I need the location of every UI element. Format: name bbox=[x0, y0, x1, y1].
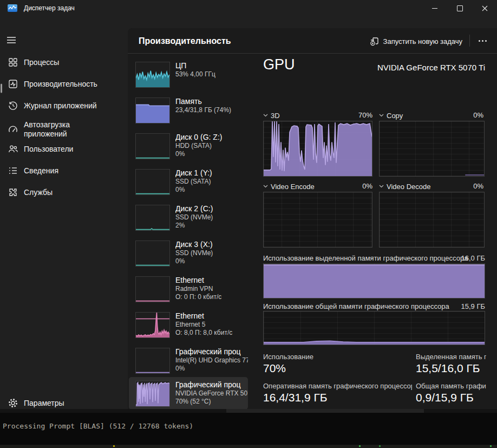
maximize-button[interactable] bbox=[447, 0, 472, 16]
terminal-line: Processing Prompt [BLAS] (512 / 12768 to… bbox=[3, 422, 193, 430]
mini-chart-mem bbox=[135, 98, 170, 124]
minimize-button[interactable] bbox=[422, 0, 447, 16]
gpu-copy-chart bbox=[379, 121, 485, 177]
perf-item-subtext: 70% (52 °C) bbox=[175, 398, 248, 406]
gpu-device-name: NVIDIA GeForce RTX 5070 Ti bbox=[377, 63, 485, 72]
mini-chart-eth2 bbox=[135, 312, 170, 338]
mini-chart-disk1 bbox=[135, 169, 170, 195]
perf-item-title: Диск 0 (G: Z:) bbox=[175, 132, 248, 142]
sidebar-item-puzzle[interactable]: Службы bbox=[0, 184, 128, 200]
mini-chart-gpu0 bbox=[135, 348, 170, 374]
perf-list-item-gpu0[interactable]: Графический процIntel(R) UHD Graphics 77… bbox=[129, 347, 248, 380]
selection-indicator bbox=[1, 83, 2, 93]
window-title: Диспетчер задач bbox=[24, 4, 75, 12]
perf-item-subtext: 0% bbox=[175, 186, 248, 194]
task-manager-window: Диспетчер задач ПроцессыПроизводительнос… bbox=[0, 0, 497, 409]
perf-item-subtext: 0% bbox=[175, 257, 248, 265]
mini-chart-disk3 bbox=[135, 241, 170, 267]
puzzle-icon bbox=[8, 187, 18, 198]
header-divider bbox=[469, 35, 470, 47]
perf-list-item-disk3[interactable]: Диск 3 (X:)SSD (NVMe)0% bbox=[129, 239, 248, 273]
run-new-task-button[interactable]: Запустить новую задачу bbox=[370, 34, 462, 48]
sidebar-item-pulse[interactable]: Производительность bbox=[0, 75, 128, 93]
more-options-button[interactable] bbox=[475, 36, 489, 45]
perf-item-subtext: 23,4/31,8 ГБ (74%) bbox=[175, 106, 248, 114]
perf-list-item-disk1[interactable]: Диск 1 (Y:)SSD (SATA)0% bbox=[129, 168, 248, 202]
shared-memory-label: Использование общей памяти графического … bbox=[263, 302, 449, 310]
perf-list-item-mem[interactable]: Память23,4/31,8 ГБ (74%) bbox=[129, 96, 248, 130]
perf-item-subtext: 0% bbox=[175, 150, 248, 158]
chart-value-video-decode: 0% bbox=[450, 182, 483, 191]
perf-item-subtext: Intel(R) UHD Graphics 770 bbox=[175, 356, 248, 365]
chart-header-3d[interactable]: 3D bbox=[263, 111, 280, 120]
mini-chart-gpu1 bbox=[135, 381, 170, 407]
perf-item-title: Диск 3 (X:) bbox=[175, 239, 248, 249]
minimize-icon bbox=[432, 8, 437, 9]
dedicated-memory-label: Использование выделенной памяти графичес… bbox=[263, 254, 468, 262]
chart-value-video-encode: 0% bbox=[339, 182, 372, 191]
list-icon bbox=[8, 165, 18, 176]
perf-item-subtext: SSD (NVMe) bbox=[175, 213, 248, 222]
stat-usage: Использование 70% bbox=[263, 353, 412, 375]
page-title: Производительность bbox=[139, 36, 231, 46]
chart-header-copy[interactable]: Copy bbox=[379, 111, 403, 120]
app-icon bbox=[8, 4, 17, 12]
grid-icon bbox=[8, 57, 18, 68]
speedometer-icon bbox=[8, 124, 18, 135]
sidebar-item-label: Производительность bbox=[24, 80, 97, 89]
perf-item-title: Диск 2 (C:) bbox=[175, 204, 248, 213]
performance-list: ЦП53% 4,00 ГГцПамять23,4/31,8 ГБ (74%)Ди… bbox=[128, 54, 249, 409]
perf-item-title: ЦП bbox=[175, 61, 248, 70]
taskbar-speck bbox=[359, 445, 361, 447]
new-task-icon bbox=[370, 37, 379, 46]
dedicated-memory-max: 16,0 ГБ bbox=[461, 254, 485, 262]
sidebar-item-list[interactable]: Сведения bbox=[0, 163, 128, 179]
chart-header-video-encode[interactable]: Video Encode bbox=[263, 182, 315, 191]
perf-list-item-disk0[interactable]: Диск 0 (G: Z:)HDD (SATA)0% bbox=[129, 132, 248, 166]
sidebar: ПроцессыПроизводительностьЖурнал приложе… bbox=[0, 16, 128, 409]
perf-item-subtext: 2% bbox=[175, 222, 248, 230]
chevron-down-icon bbox=[379, 114, 384, 117]
sidebar-item-grid[interactable]: Процессы bbox=[0, 54, 128, 70]
maximize-icon bbox=[457, 5, 463, 11]
perf-item-title: Ethernet bbox=[175, 275, 248, 285]
shared-memory-chart bbox=[263, 311, 485, 345]
gpu-video-decode-chart bbox=[379, 192, 485, 248]
perf-item-subtext: О: 8,0 П: 8,0 кбит/с bbox=[175, 329, 248, 337]
hamburger-icon bbox=[6, 35, 17, 46]
chevron-down-icon bbox=[379, 185, 384, 188]
perf-list-item-disk2[interactable]: Диск 2 (C:)SSD (NVMe)2% bbox=[129, 204, 248, 237]
sidebar-item-label: Журнал приложений bbox=[24, 101, 97, 111]
menu-toggle-button[interactable] bbox=[6, 35, 19, 48]
titlebar: Диспетчер задач bbox=[0, 0, 497, 16]
taskbar-speck bbox=[113, 445, 115, 447]
perf-list-item-eth1[interactable]: EthernetRadmin VPNО: 0 П: 0 кбит/с bbox=[129, 275, 248, 309]
sidebar-item-history[interactable]: Журнал приложений bbox=[0, 98, 128, 114]
close-button[interactable] bbox=[472, 0, 497, 16]
sidebar-item-label: Службы bbox=[24, 188, 53, 197]
perf-list-item-gpu1[interactable]: Графический процNVIDIA GeForce RTX 50707… bbox=[129, 377, 248, 409]
sidebar-item-label: Сведения bbox=[24, 166, 58, 176]
dedicated-memory-chart bbox=[263, 263, 485, 298]
background-window-edge bbox=[0, 409, 497, 413]
chevron-down-icon bbox=[263, 185, 268, 188]
perf-item-title: Графический проц bbox=[175, 347, 248, 356]
sidebar-item-speedometer[interactable]: Автозагрузка приложений bbox=[0, 118, 128, 141]
chart-value-3d: 70% bbox=[339, 111, 372, 120]
taskbar-speck bbox=[379, 445, 381, 447]
perf-item-title: Ethernet bbox=[175, 311, 248, 321]
perf-item-subtext: SSD (SATA) bbox=[175, 178, 248, 186]
chart-header-video-decode[interactable]: Video Decode bbox=[379, 182, 430, 191]
sidebar-item-users[interactable]: Пользователи bbox=[0, 141, 128, 157]
stat-gpu-ram: Оперативная память графического процессо… bbox=[263, 382, 412, 404]
perf-item-subtext: Radmin VPN bbox=[175, 285, 248, 293]
close-icon bbox=[482, 5, 488, 11]
perf-list-item-eth2[interactable]: EthernetEthernet 5О: 8,0 П: 8,0 кбит/с bbox=[129, 311, 248, 345]
mini-chart-disk0 bbox=[135, 133, 170, 159]
gpu-video-encode-chart bbox=[263, 192, 372, 248]
perf-item-subtext: Ethernet 5 bbox=[175, 321, 248, 329]
mini-chart-eth1 bbox=[135, 276, 170, 302]
mini-chart-disk2 bbox=[135, 205, 170, 231]
gpu-heading: GPU bbox=[263, 56, 295, 73]
perf-list-item-cpu[interactable]: ЦП53% 4,00 ГГц bbox=[129, 61, 248, 94]
